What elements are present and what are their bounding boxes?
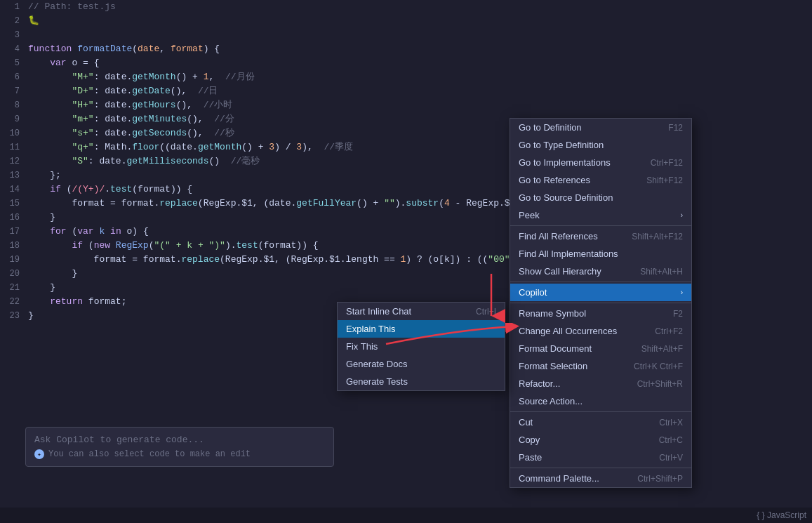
- line-number: 3: [0, 28, 25, 42]
- menu-item-find-all-implementations[interactable]: Find All Implementations: [510, 245, 691, 263]
- menu-item-copy[interactable]: Copy Ctrl+C: [510, 431, 691, 449]
- line-number: 5: [0, 56, 25, 70]
- line-content: format = format.replace(RegExp.$1, (RegE…: [25, 253, 543, 267]
- line-number: 21: [0, 281, 25, 295]
- menu-item-explain-this[interactable]: Explain This: [338, 320, 505, 338]
- line-number: 14: [0, 183, 25, 197]
- menu-item-shortcut: Ctrl+F12: [651, 158, 683, 168]
- menu-item-label: Generate Tests: [346, 376, 485, 387]
- menu-item-label: Go to Source Definition: [519, 192, 672, 203]
- copilot-chat-box[interactable]: Ask Copilot to generate code... ✦ You ca…: [25, 427, 334, 467]
- menu-item-format-document[interactable]: Format Document Shift+Alt+F: [510, 340, 691, 357]
- menu-item-label: Fix This: [346, 341, 485, 352]
- menu-item-shortcut: Ctrl+Shift+R: [637, 379, 683, 389]
- line-content: function formatDate(date, format) {: [25, 42, 220, 56]
- menu-item-shortcut: Ctrl+Shift+P: [637, 474, 683, 484]
- menu-item-paste[interactable]: Paste Ctrl+V: [510, 449, 691, 466]
- line-number: 18: [0, 239, 25, 253]
- menu-item-copilot[interactable]: Copilot ›: [510, 284, 691, 301]
- menu-item-go-to-definition[interactable]: Go to Definition F12: [510, 119, 691, 136]
- menu-item-cut[interactable]: Cut Ctrl+X: [510, 413, 691, 431]
- menu-item-label: Copilot: [519, 287, 678, 298]
- line-5: 5 var o = {: [0, 56, 812, 70]
- menu-item-change-all-occurrences[interactable]: Change All Occurrences Ctrl+F2: [510, 322, 691, 340]
- context-menu-main: Go to Definition F12 Go to Type Definiti…: [510, 118, 692, 488]
- copilot-hint: ✦ You can also select code to make an ed…: [34, 449, 325, 459]
- menu-item-shortcut: Shift+F12: [646, 176, 683, 185]
- line-number: 20: [0, 267, 25, 281]
- status-bar: { } JavaScript: [0, 508, 812, 523]
- line-7: 7 "D+": date.getDate(), //日: [0, 84, 812, 98]
- menu-item-label: Find All Implementations: [519, 249, 672, 259]
- menu-item-start-inline-chat[interactable]: Start Inline Chat Ctrl+I: [338, 303, 505, 320]
- menu-item-shortcut: Shift+Alt+F12: [632, 232, 683, 241]
- menu-item-fix-this[interactable]: Fix This: [338, 338, 505, 355]
- menu-item-label: Go to References: [519, 175, 635, 185]
- menu-item-label: Peek: [519, 210, 678, 220]
- line-content: return format;: [25, 295, 126, 309]
- menu-item-label: Generate Docs: [346, 359, 485, 369]
- menu-item-generate-tests[interactable]: Generate Tests: [338, 373, 505, 390]
- line-2: 2 🐛: [0, 14, 812, 28]
- line-content: }: [25, 267, 77, 281]
- line-number: 7: [0, 84, 25, 98]
- menu-item-go-to-source-definition[interactable]: Go to Source Definition: [510, 189, 691, 206]
- menu-item-go-to-references[interactable]: Go to References Shift+F12: [510, 171, 691, 189]
- line-number: 22: [0, 295, 25, 309]
- copilot-hint-text: You can also select code to make an edit: [48, 449, 251, 459]
- menu-item-source-action[interactable]: Source Action...: [510, 392, 691, 410]
- menu-item-shortcut: Ctrl+F2: [655, 326, 683, 336]
- line-number: 13: [0, 168, 25, 183]
- menu-item-rename-symbol[interactable]: Rename Symbol F2: [510, 305, 691, 322]
- menu-item-format-selection[interactable]: Format Selection Ctrl+K Ctrl+F: [510, 357, 691, 375]
- line-content: if (/(Y+)/.test(format)) {: [25, 183, 192, 197]
- line-number: 19: [0, 253, 25, 267]
- menu-item-show-call-hierarchy[interactable]: Show Call Hierarchy Shift+Alt+H: [510, 263, 691, 280]
- line-1: 1 // Path: test.js: [0, 0, 812, 14]
- line-content: "D+": date.getDate(), //日: [25, 84, 218, 98]
- line-3: 3: [0, 28, 812, 42]
- context-menu-copilot: Start Inline Chat Ctrl+I Explain This Fi…: [337, 302, 505, 391]
- menu-item-label: Format Selection: [519, 361, 623, 371]
- menu-item-peek[interactable]: Peek ›: [510, 206, 691, 224]
- line-content: // Path: test.js: [25, 0, 116, 14]
- separator: [510, 225, 691, 226]
- line-content: "S": date.getMilliseconds() //毫秒: [25, 154, 260, 168]
- menu-item-generate-docs[interactable]: Generate Docs: [338, 355, 505, 373]
- line-content: "m+": date.getMinutes(), //分: [25, 112, 234, 126]
- menu-item-label: Start Inline Chat: [346, 306, 465, 317]
- menu-item-label: Change All Occurrences: [519, 326, 644, 336]
- menu-item-shortcut: F12: [668, 123, 683, 133]
- line-content: var o = {: [25, 56, 99, 70]
- menu-item-go-to-implementations[interactable]: Go to Implementations Ctrl+F12: [510, 154, 691, 171]
- line-number: 1: [0, 0, 25, 14]
- menu-item-refactor[interactable]: Refactor... Ctrl+Shift+R: [510, 375, 691, 392]
- menu-item-shortcut: Shift+Alt+H: [640, 267, 683, 277]
- menu-item-go-to-type-definition[interactable]: Go to Type Definition: [510, 136, 691, 154]
- line-content: 🐛: [25, 14, 39, 28]
- line-content: format = format.replace(RegExp.$1, (date…: [25, 197, 532, 211]
- menu-item-command-palette[interactable]: Command Palette... Ctrl+Shift+P: [510, 470, 691, 487]
- line-number: 15: [0, 197, 25, 211]
- menu-item-label: Copy: [519, 435, 648, 445]
- menu-item-shortcut: Ctrl+V: [659, 453, 683, 463]
- line-content: "M+": date.getMonth() + 1, //月份: [25, 70, 255, 84]
- line-content: if (new RegExp("(" + k + ")").test(forma…: [25, 239, 319, 253]
- menu-item-shortcut: F2: [673, 309, 683, 319]
- line-number: 17: [0, 225, 25, 239]
- menu-item-shortcut: Ctrl+C: [659, 435, 683, 445]
- line-content: "H+": date.getHours(), //小时: [25, 98, 232, 112]
- menu-item-find-all-references[interactable]: Find All References Shift+Alt+F12: [510, 227, 691, 245]
- menu-item-label: Command Palette...: [519, 473, 626, 484]
- menu-item-label: Show Call Hierarchy: [519, 266, 629, 277]
- line-content: }: [25, 309, 34, 323]
- menu-item-label: Go to Type Definition: [519, 140, 672, 150]
- line-content: "q+": Math.floor((date.getMonth() + 3) /…: [25, 140, 353, 154]
- line-number: 2: [0, 14, 25, 28]
- menu-item-shortcut: Ctrl+I: [476, 307, 496, 317]
- line-number: 16: [0, 211, 25, 225]
- menu-item-label: Go to Definition: [519, 122, 657, 133]
- menu-item-label: Paste: [519, 452, 648, 463]
- separator: [510, 282, 691, 282]
- line-number: 11: [0, 140, 25, 154]
